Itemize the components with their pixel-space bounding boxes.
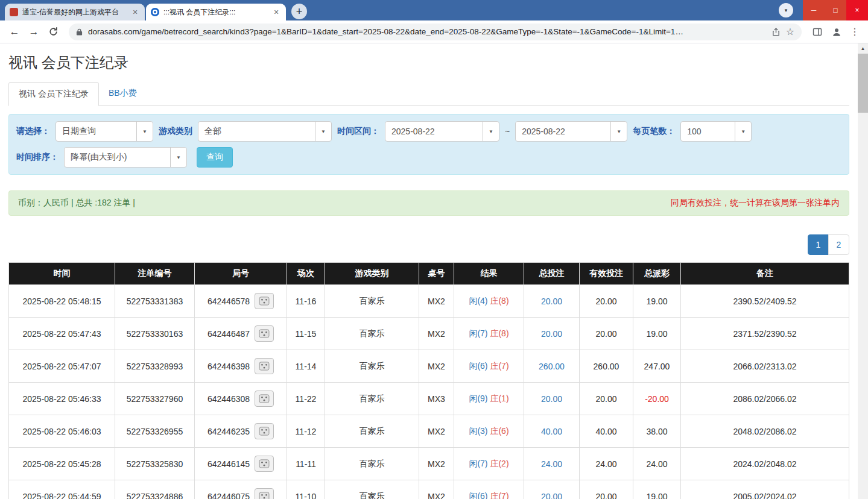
back-button[interactable]: ← <box>6 24 23 40</box>
maximize-button[interactable]: □ <box>825 0 846 20</box>
caret-down-icon[interactable]: ▼ <box>483 122 499 141</box>
total-bet-link[interactable]: 20.00 <box>541 394 562 404</box>
cell-table-no: MX2 <box>419 480 454 499</box>
url-text: dorasabs.com/game/betrecord_search/kind3… <box>88 27 766 36</box>
col-bet-id: 注单编号 <box>115 263 195 285</box>
caret-down-icon[interactable]: ▼ <box>315 122 331 141</box>
caret-down-icon[interactable]: ▼ <box>610 122 627 141</box>
page-button-2[interactable]: 2 <box>828 234 849 255</box>
cell-result: 闲(4) 庄(8) <box>454 285 524 318</box>
bookmark-star-icon[interactable]: ☆ <box>786 26 794 37</box>
cell-valid-bet: 20.00 <box>580 318 633 350</box>
scrollbar-thumb[interactable] <box>858 54 868 113</box>
cell-total-bet: 40.00 <box>524 415 580 448</box>
browser-menu-icon[interactable]: ⋮ <box>847 26 862 37</box>
cell-note: 2390.52/2409.52 <box>681 285 849 318</box>
game-result-button[interactable] <box>255 358 274 374</box>
tab-close-icon[interactable]: × <box>130 7 140 17</box>
dice-icon <box>259 459 270 468</box>
query-button[interactable]: 查询 <box>197 147 233 168</box>
cell-bet-id: 522753328993 <box>115 350 195 383</box>
total-bet-link[interactable]: 260.00 <box>539 362 565 371</box>
tab-bb-tips[interactable]: BB小费 <box>99 82 147 106</box>
minimize-button[interactable]: ─ <box>803 0 825 20</box>
tab-search-chevron-icon[interactable]: ▾ <box>779 3 793 17</box>
query-type-select[interactable]: 日期查询 ▼ <box>55 121 153 142</box>
browser-tab-bet-records[interactable]: :::视讯 会员下注纪录::: × <box>146 4 286 20</box>
cell-bet-id: 522753325830 <box>115 448 195 480</box>
total-bet-link[interactable]: 20.00 <box>541 329 562 339</box>
profile-avatar-icon[interactable] <box>828 24 845 40</box>
filter-panel: 请选择： 日期查询 ▼ 游戏类别 全部 ▼ 时间区间： 2025-08-22 ▼ <box>8 114 849 175</box>
page-content: 视讯 会员下注纪录 视讯 会员下注纪录 BB小费 请选择： 日期查询 ▼ 游戏类… <box>0 43 858 499</box>
cell-payout: 19.00 <box>633 318 681 350</box>
round-number: 642446145 <box>207 459 250 469</box>
cell-total-bet: 20.00 <box>524 383 580 415</box>
cell-time: 2025-08-22 05:48:15 <box>9 285 115 318</box>
cell-note: 2048.02/2086.02 <box>681 415 849 448</box>
forward-button[interactable]: → <box>25 24 42 40</box>
cell-bet-id: 522753331383 <box>115 285 195 318</box>
total-bet-link[interactable]: 20.00 <box>541 492 562 499</box>
share-icon[interactable] <box>771 27 781 37</box>
col-table-no: 桌号 <box>419 263 454 285</box>
total-bet-link[interactable]: 40.00 <box>541 427 562 436</box>
address-bar[interactable]: dorasabs.com/game/betrecord_search/kind3… <box>69 24 802 40</box>
browser-tab-tongbao[interactable]: 通宝-信誉最好的网上游戏平台 × <box>5 4 145 20</box>
page-scrollbar[interactable]: ▲ <box>858 43 868 499</box>
total-bet-link[interactable]: 24.00 <box>541 459 562 469</box>
page-viewport: 视讯 会员下注纪录 视讯 会员下注纪录 BB小费 请选择： 日期查询 ▼ 游戏类… <box>0 43 868 499</box>
close-window-button[interactable]: × <box>846 0 868 20</box>
round-number: 642446578 <box>207 297 250 306</box>
date-end-select[interactable]: 2025-08-22 ▼ <box>515 121 627 142</box>
cell-session: 11-10 <box>287 480 325 499</box>
cell-valid-bet: 20.00 <box>580 383 633 415</box>
filter-label-page-size: 每页笔数： <box>633 126 675 137</box>
cell-note: 2086.02/2066.02 <box>681 383 849 415</box>
new-tab-button[interactable]: + <box>291 4 307 19</box>
side-panel-icon[interactable] <box>809 24 826 40</box>
cell-game-type: 百家乐 <box>325 285 419 318</box>
date-start-select[interactable]: 2025-08-22 ▼ <box>385 121 499 142</box>
sort-select[interactable]: 降幂(由大到小) ▼ <box>64 147 187 168</box>
tab-bet-records[interactable]: 视讯 会员下注纪录 <box>8 82 99 106</box>
dice-icon <box>259 297 270 306</box>
query-type-value: 日期查询 <box>56 122 136 141</box>
cell-time: 2025-08-22 05:46:33 <box>9 383 115 415</box>
tongbao-favicon <box>10 8 18 16</box>
dice-icon <box>259 362 270 371</box>
cell-note: 2371.52/2390.52 <box>681 318 849 350</box>
cell-payout: -20.00 <box>633 383 681 415</box>
game-result-button[interactable] <box>255 293 274 309</box>
cell-table-no: MX2 <box>419 350 454 383</box>
cell-total-bet: 20.00 <box>524 480 580 499</box>
game-result-button[interactable] <box>255 391 274 407</box>
cell-round: 642446487 <box>195 318 287 350</box>
cell-payout: 24.00 <box>633 448 681 480</box>
game-type-select[interactable]: 全部 ▼ <box>198 121 332 142</box>
caret-down-icon[interactable]: ▼ <box>136 122 153 141</box>
game-result-button[interactable] <box>255 488 274 499</box>
game-result-button[interactable] <box>255 325 274 342</box>
cell-round: 642446398 <box>195 350 287 383</box>
cell-session: 11-15 <box>287 318 325 350</box>
caret-down-icon[interactable]: ▼ <box>735 122 751 141</box>
result-banker: 庄(2) <box>490 459 508 468</box>
dice-icon <box>259 492 270 499</box>
cell-time: 2025-08-22 05:47:07 <box>9 350 115 383</box>
tab-close-icon[interactable]: × <box>271 7 281 17</box>
reload-button[interactable] <box>45 24 62 40</box>
cell-payout: 247.00 <box>633 350 681 383</box>
game-result-button[interactable] <box>255 423 274 439</box>
total-bet-link[interactable]: 20.00 <box>541 297 562 306</box>
cell-valid-bet: 24.00 <box>580 448 633 480</box>
table-row: 2025-08-22 05:48:15 522753331383 6424465… <box>9 285 849 318</box>
scroll-up-icon[interactable]: ▲ <box>858 43 868 54</box>
page-size-value: 100 <box>681 122 735 141</box>
caret-down-icon[interactable]: ▼ <box>170 148 186 167</box>
col-game-type: 游戏类别 <box>325 263 419 285</box>
page-button-1[interactable]: 1 <box>808 234 829 255</box>
page-size-select[interactable]: 100 ▼ <box>680 121 752 142</box>
game-result-button[interactable] <box>255 456 274 472</box>
table-row: 2025-08-22 05:46:03 522753326955 6424462… <box>9 415 849 448</box>
